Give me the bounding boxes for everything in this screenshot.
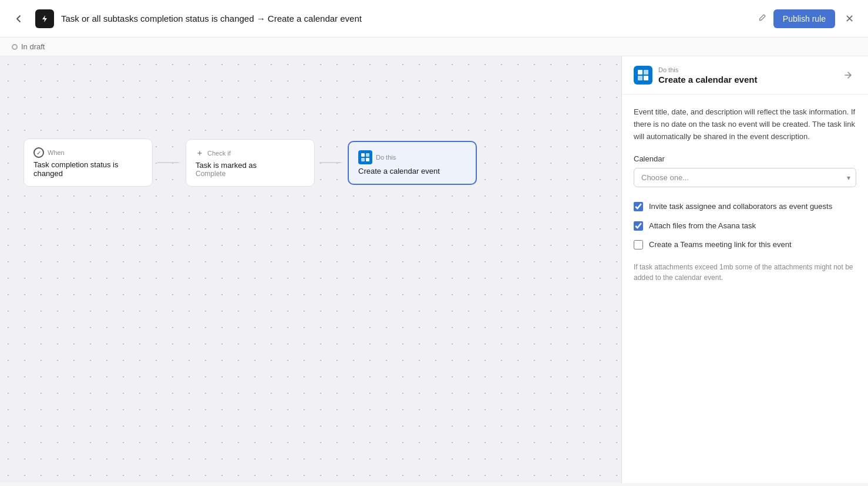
status-dot bbox=[12, 44, 18, 50]
flow-row: ✓ When Task completion status is changed… bbox=[23, 139, 477, 187]
panel-note: If task attachments exceed 1mb some of t… bbox=[634, 262, 856, 283]
header: Task or all subtasks completion status i… bbox=[0, 0, 868, 38]
panel-header: Do this Create a calendar event bbox=[622, 56, 868, 95]
edit-icon[interactable] bbox=[758, 14, 766, 23]
attach-label: Attach files from the Asana task bbox=[649, 221, 756, 231]
do-this-card[interactable]: Do this Create a calendar event bbox=[348, 141, 477, 185]
publish-button[interactable]: Publish rule bbox=[773, 9, 835, 28]
svg-marker-3 bbox=[338, 162, 343, 163]
calendar-label: Calendar bbox=[634, 154, 856, 163]
invite-checkbox-item[interactable]: Invite task assignee and collaborators a… bbox=[634, 201, 856, 212]
invite-label: Invite task assignee and collaborators a… bbox=[649, 201, 832, 212]
calendar-select-wrapper: Choose one... ▾ bbox=[634, 168, 856, 187]
panel-body: Event title, date, and description will … bbox=[622, 95, 868, 483]
panel-expand-button[interactable] bbox=[840, 67, 856, 83]
close-button[interactable]: ✕ bbox=[840, 9, 859, 28]
status-bar: In draft bbox=[0, 38, 868, 56]
invite-checkbox[interactable] bbox=[634, 202, 643, 211]
connector-2 bbox=[315, 141, 348, 184]
do-this-label: Do this bbox=[358, 150, 466, 164]
panel-header-label: Do this bbox=[658, 66, 834, 73]
check-if-label: ＋ Check if bbox=[196, 148, 305, 158]
svg-marker-1 bbox=[176, 162, 181, 163]
panel-header-content: Do this Create a calendar event bbox=[658, 66, 834, 85]
when-label: ✓ When bbox=[33, 147, 143, 158]
panel-description: Event title, date, and description will … bbox=[634, 106, 856, 143]
when-card[interactable]: ✓ When Task completion status is changed bbox=[23, 139, 153, 187]
when-title: Task completion status is changed bbox=[33, 160, 143, 178]
panel-ms-icon bbox=[634, 66, 652, 85]
right-panel: Do this Create a calendar event Event ti… bbox=[621, 56, 868, 483]
ms-calendar-icon bbox=[358, 150, 372, 164]
teams-label: Create a Teams meeting link for this eve… bbox=[649, 239, 792, 250]
header-actions: Publish rule ✕ bbox=[773, 9, 859, 28]
attach-checkbox-item[interactable]: Attach files from the Asana task bbox=[634, 221, 856, 231]
attach-checkbox[interactable] bbox=[634, 221, 643, 231]
page-title: Task or all subtasks completion status i… bbox=[61, 14, 748, 23]
teams-checkbox[interactable] bbox=[634, 240, 643, 249]
main-layout: ✓ When Task completion status is changed… bbox=[0, 56, 868, 483]
plus-icon: ＋ bbox=[196, 148, 204, 158]
checkbox-group: Invite task assignee and collaborators a… bbox=[634, 201, 856, 250]
check-if-subtitle: Complete bbox=[196, 170, 305, 178]
do-this-title: Create a calendar event bbox=[358, 167, 466, 176]
check-if-card[interactable]: ＋ Check if Task is marked as Complete bbox=[186, 139, 315, 187]
panel-header-title: Create a calendar event bbox=[658, 75, 834, 85]
teams-checkbox-item[interactable]: Create a Teams meeting link for this eve… bbox=[634, 239, 856, 250]
status-label: In draft bbox=[21, 42, 45, 51]
connector-1 bbox=[153, 141, 186, 184]
canvas[interactable]: ✓ When Task completion status is changed… bbox=[0, 56, 621, 483]
check-if-title: Task is marked as bbox=[196, 161, 305, 170]
calendar-select[interactable]: Choose one... bbox=[634, 168, 856, 187]
lightning-icon bbox=[35, 9, 54, 28]
back-button[interactable] bbox=[9, 9, 28, 28]
check-circle-icon: ✓ bbox=[33, 147, 44, 158]
